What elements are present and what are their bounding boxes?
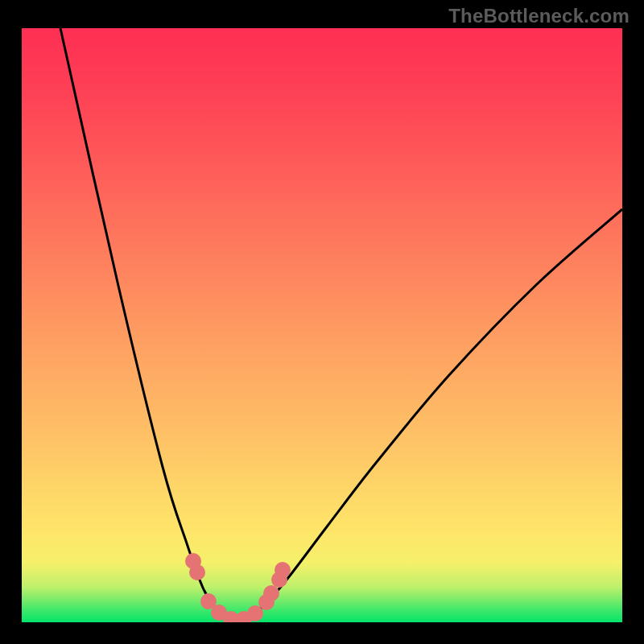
- marker-dot: [263, 585, 279, 601]
- watermark-text: TheBottleneck.com: [448, 5, 630, 27]
- chart-svg: [22, 28, 622, 622]
- left-curve: [60, 28, 237, 620]
- plot-area: [22, 28, 622, 622]
- marker-dot: [275, 562, 291, 578]
- chart-frame: TheBottleneck.com: [0, 0, 644, 644]
- right-curve: [237, 209, 622, 620]
- marker-dot: [189, 564, 205, 580]
- bottom-marker-group: [185, 553, 291, 622]
